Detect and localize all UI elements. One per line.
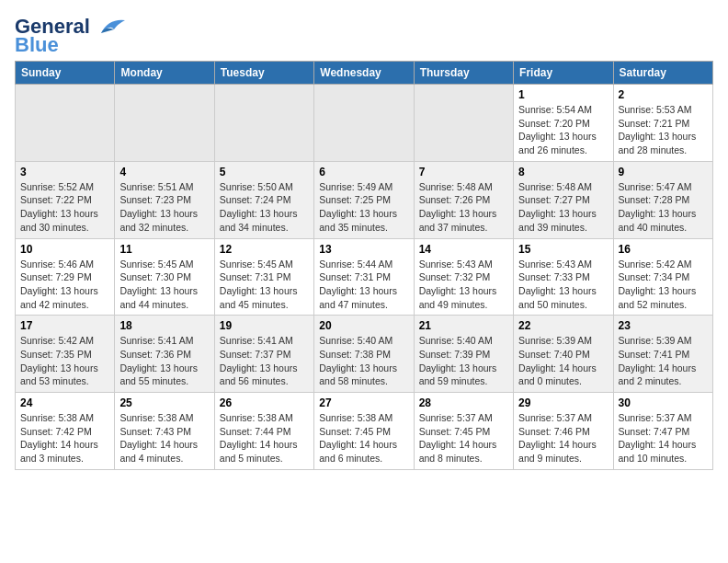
logo-bird-icon <box>92 17 125 37</box>
day-info: Sunrise: 5:37 AM Sunset: 7:45 PM Dayligh… <box>419 411 508 465</box>
calendar-cell: 15Sunrise: 5:43 AM Sunset: 7:33 PM Dayli… <box>514 238 613 316</box>
day-info: Sunrise: 5:46 AM Sunset: 7:29 PM Dayligh… <box>20 258 109 312</box>
day-info: Sunrise: 5:39 AM Sunset: 7:40 PM Dayligh… <box>518 334 608 388</box>
calendar-cell: 5Sunrise: 5:50 AM Sunset: 7:24 PM Daylig… <box>214 161 313 238</box>
day-number: 13 <box>319 243 408 256</box>
day-number: 2 <box>619 88 708 101</box>
page-header: General Blue <box>15 15 713 57</box>
weekday-header-monday: Monday <box>115 62 214 85</box>
calendar-week-row: 1Sunrise: 5:54 AM Sunset: 7:20 PM Daylig… <box>16 85 713 162</box>
calendar-cell: 18Sunrise: 5:41 AM Sunset: 7:36 PM Dayli… <box>115 316 214 393</box>
weekday-header-friday: Friday <box>514 62 613 85</box>
day-info: Sunrise: 5:38 AM Sunset: 7:44 PM Dayligh… <box>220 411 309 465</box>
day-number: 24 <box>20 396 109 409</box>
calendar-cell <box>314 85 414 162</box>
day-info: Sunrise: 5:52 AM Sunset: 7:22 PM Dayligh… <box>20 180 109 235</box>
day-number: 7 <box>419 166 508 178</box>
day-number: 22 <box>518 319 608 332</box>
calendar-cell: 1Sunrise: 5:54 AM Sunset: 7:20 PM Daylig… <box>514 85 613 162</box>
day-info: Sunrise: 5:43 AM Sunset: 7:32 PM Dayligh… <box>419 258 508 312</box>
day-info: Sunrise: 5:42 AM Sunset: 7:34 PM Dayligh… <box>619 258 708 312</box>
weekday-header-tuesday: Tuesday <box>214 62 313 85</box>
calendar-cell: 2Sunrise: 5:53 AM Sunset: 7:21 PM Daylig… <box>613 85 712 162</box>
day-info: Sunrise: 5:39 AM Sunset: 7:41 PM Dayligh… <box>619 334 708 388</box>
day-number: 17 <box>20 319 109 332</box>
calendar-cell: 8Sunrise: 5:48 AM Sunset: 7:27 PM Daylig… <box>514 161 613 238</box>
day-info: Sunrise: 5:42 AM Sunset: 7:35 PM Dayligh… <box>20 334 109 388</box>
day-info: Sunrise: 5:41 AM Sunset: 7:36 PM Dayligh… <box>119 334 209 388</box>
day-number: 14 <box>419 243 508 256</box>
logo: General Blue <box>15 15 125 57</box>
day-number: 10 <box>20 243 109 256</box>
day-info: Sunrise: 5:54 AM Sunset: 7:20 PM Dayligh… <box>518 103 608 157</box>
day-number: 12 <box>220 243 309 256</box>
day-number: 4 <box>119 166 209 178</box>
day-number: 23 <box>619 319 708 332</box>
day-info: Sunrise: 5:45 AM Sunset: 7:30 PM Dayligh… <box>119 258 209 312</box>
calendar-cell: 7Sunrise: 5:48 AM Sunset: 7:26 PM Daylig… <box>414 161 513 238</box>
day-info: Sunrise: 5:43 AM Sunset: 7:33 PM Dayligh… <box>518 258 608 312</box>
day-number: 11 <box>119 243 209 256</box>
day-info: Sunrise: 5:48 AM Sunset: 7:27 PM Dayligh… <box>518 180 608 235</box>
day-number: 27 <box>319 396 408 409</box>
calendar-cell <box>414 85 513 162</box>
day-info: Sunrise: 5:41 AM Sunset: 7:37 PM Dayligh… <box>220 334 309 388</box>
day-number: 8 <box>518 166 608 178</box>
calendar-cell: 13Sunrise: 5:44 AM Sunset: 7:31 PM Dayli… <box>314 238 414 316</box>
calendar-cell: 29Sunrise: 5:37 AM Sunset: 7:46 PM Dayli… <box>514 393 613 470</box>
day-info: Sunrise: 5:40 AM Sunset: 7:39 PM Dayligh… <box>419 334 508 388</box>
calendar-cell: 20Sunrise: 5:40 AM Sunset: 7:38 PM Dayli… <box>314 316 414 393</box>
day-info: Sunrise: 5:44 AM Sunset: 7:31 PM Dayligh… <box>319 258 408 312</box>
calendar-cell: 11Sunrise: 5:45 AM Sunset: 7:30 PM Dayli… <box>115 238 214 316</box>
day-number: 19 <box>220 319 309 332</box>
weekday-header-row: SundayMondayTuesdayWednesdayThursdayFrid… <box>16 62 713 85</box>
calendar-cell: 6Sunrise: 5:49 AM Sunset: 7:25 PM Daylig… <box>314 161 414 238</box>
day-number: 9 <box>619 166 708 178</box>
day-number: 29 <box>518 396 608 409</box>
calendar-cell: 21Sunrise: 5:40 AM Sunset: 7:39 PM Dayli… <box>414 316 513 393</box>
day-info: Sunrise: 5:53 AM Sunset: 7:21 PM Dayligh… <box>619 103 708 157</box>
day-number: 16 <box>619 243 708 256</box>
day-info: Sunrise: 5:51 AM Sunset: 7:23 PM Dayligh… <box>119 180 209 235</box>
logo-blue: Blue <box>15 33 59 57</box>
calendar-cell: 12Sunrise: 5:45 AM Sunset: 7:31 PM Dayli… <box>214 238 313 316</box>
weekday-header-wednesday: Wednesday <box>314 62 414 85</box>
calendar-week-row: 3Sunrise: 5:52 AM Sunset: 7:22 PM Daylig… <box>16 161 713 238</box>
day-number: 20 <box>319 319 408 332</box>
day-info: Sunrise: 5:45 AM Sunset: 7:31 PM Dayligh… <box>220 258 309 312</box>
calendar-week-row: 24Sunrise: 5:38 AM Sunset: 7:42 PM Dayli… <box>16 393 713 470</box>
calendar-cell: 19Sunrise: 5:41 AM Sunset: 7:37 PM Dayli… <box>214 316 313 393</box>
calendar-cell: 3Sunrise: 5:52 AM Sunset: 7:22 PM Daylig… <box>16 161 115 238</box>
calendar-cell: 4Sunrise: 5:51 AM Sunset: 7:23 PM Daylig… <box>115 161 214 238</box>
calendar-cell: 22Sunrise: 5:39 AM Sunset: 7:40 PM Dayli… <box>514 316 613 393</box>
day-number: 6 <box>319 166 408 178</box>
day-info: Sunrise: 5:47 AM Sunset: 7:28 PM Dayligh… <box>619 180 708 235</box>
day-info: Sunrise: 5:38 AM Sunset: 7:42 PM Dayligh… <box>20 411 109 465</box>
calendar-cell: 10Sunrise: 5:46 AM Sunset: 7:29 PM Dayli… <box>16 238 115 316</box>
weekday-header-sunday: Sunday <box>16 62 115 85</box>
calendar-cell: 28Sunrise: 5:37 AM Sunset: 7:45 PM Dayli… <box>414 393 513 470</box>
calendar-cell <box>214 85 313 162</box>
calendar-cell: 16Sunrise: 5:42 AM Sunset: 7:34 PM Dayli… <box>613 238 712 316</box>
calendar-cell: 23Sunrise: 5:39 AM Sunset: 7:41 PM Dayli… <box>613 316 712 393</box>
calendar-cell: 26Sunrise: 5:38 AM Sunset: 7:44 PM Dayli… <box>214 393 313 470</box>
calendar-cell: 14Sunrise: 5:43 AM Sunset: 7:32 PM Dayli… <box>414 238 513 316</box>
day-number: 18 <box>119 319 209 332</box>
day-info: Sunrise: 5:38 AM Sunset: 7:43 PM Dayligh… <box>119 411 209 465</box>
calendar-cell: 9Sunrise: 5:47 AM Sunset: 7:28 PM Daylig… <box>613 161 712 238</box>
day-info: Sunrise: 5:37 AM Sunset: 7:47 PM Dayligh… <box>619 411 708 465</box>
calendar-week-row: 17Sunrise: 5:42 AM Sunset: 7:35 PM Dayli… <box>16 316 713 393</box>
day-info: Sunrise: 5:40 AM Sunset: 7:38 PM Dayligh… <box>319 334 408 388</box>
day-number: 21 <box>419 319 508 332</box>
calendar-week-row: 10Sunrise: 5:46 AM Sunset: 7:29 PM Dayli… <box>16 238 713 316</box>
day-info: Sunrise: 5:37 AM Sunset: 7:46 PM Dayligh… <box>518 411 608 465</box>
day-number: 1 <box>518 88 608 101</box>
calendar-cell: 24Sunrise: 5:38 AM Sunset: 7:42 PM Dayli… <box>16 393 115 470</box>
calendar-cell: 17Sunrise: 5:42 AM Sunset: 7:35 PM Dayli… <box>16 316 115 393</box>
day-info: Sunrise: 5:50 AM Sunset: 7:24 PM Dayligh… <box>220 180 309 235</box>
weekday-header-thursday: Thursday <box>414 62 513 85</box>
day-number: 25 <box>119 396 209 409</box>
day-info: Sunrise: 5:49 AM Sunset: 7:25 PM Dayligh… <box>319 180 408 235</box>
day-info: Sunrise: 5:38 AM Sunset: 7:45 PM Dayligh… <box>319 411 408 465</box>
day-info: Sunrise: 5:48 AM Sunset: 7:26 PM Dayligh… <box>419 180 508 235</box>
